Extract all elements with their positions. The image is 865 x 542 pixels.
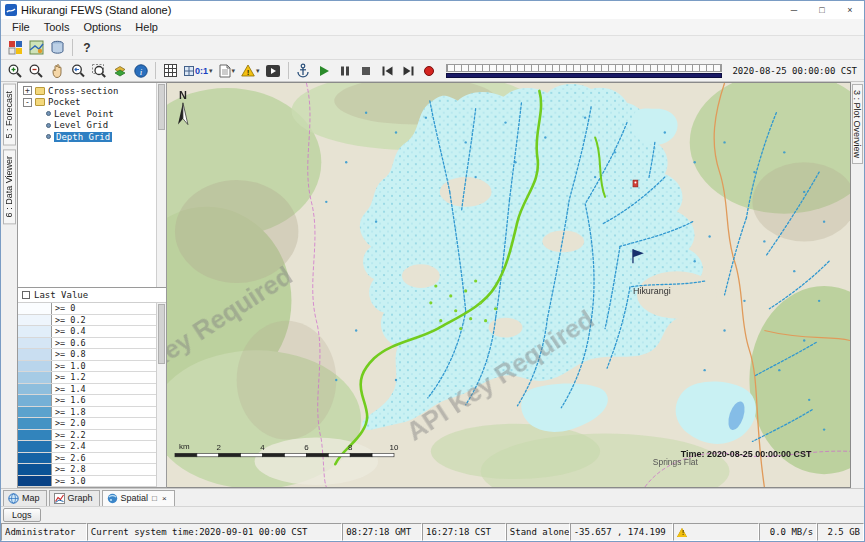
- chevron-down-icon: ▾: [256, 67, 260, 75]
- record-button[interactable]: [419, 61, 440, 80]
- tree-item-label: Cross-section: [48, 86, 118, 96]
- close-icon[interactable]: ×: [836, 1, 864, 19]
- zoom-out-button[interactable]: [25, 61, 46, 80]
- legend-title: Last Value: [34, 290, 88, 300]
- legend-threshold-label: >= 2.4: [52, 441, 86, 452]
- status-warning-cell: [673, 523, 759, 541]
- play-button[interactable]: [314, 61, 335, 80]
- tree-node-icon: [46, 134, 51, 139]
- toolbar-separator: [72, 39, 73, 56]
- logs-button[interactable]: Logs: [3, 508, 41, 522]
- maximize-icon[interactable]: □: [808, 1, 836, 19]
- help-button[interactable]: ?: [77, 38, 97, 57]
- info-button[interactable]: i: [130, 61, 151, 80]
- legend-threshold-label: >= 1.6: [52, 395, 86, 406]
- status-gmt-time: 08:27:18 GMT: [342, 523, 422, 541]
- layer-tree-panel: + Cross-section - Pocket Level Point: [18, 83, 166, 288]
- last-value-checkbox[interactable]: [22, 291, 30, 299]
- tree-scrollbar-thumb[interactable]: [158, 84, 165, 130]
- panel-maximize-icon[interactable]: □: [151, 494, 158, 503]
- stop-button[interactable]: [356, 61, 377, 80]
- legend-scrollbar-thumb[interactable]: [158, 304, 165, 364]
- tree-node-icon: [46, 111, 51, 116]
- tree-item-label: Depth Grid: [54, 132, 112, 142]
- panel-close-icon[interactable]: ×: [161, 494, 168, 503]
- station-marker-icon: [633, 180, 638, 187]
- legend-color-swatch: [18, 326, 52, 337]
- animation-export-button[interactable]: [263, 61, 284, 80]
- legend-threshold-label: >= 2.0: [52, 418, 86, 429]
- threshold-warning-selector[interactable]: ! ▾: [238, 61, 263, 80]
- toolbar-separator: [155, 62, 156, 79]
- menu-item[interactable]: Help: [128, 20, 165, 34]
- map-time-label: Time: 2020-08-25 00:00:00 CST: [681, 449, 812, 459]
- menu-bar: FileToolsOptionsHelp: [1, 19, 864, 36]
- legend-color-swatch: [18, 315, 52, 326]
- explorer-display-button[interactable]: [5, 38, 26, 57]
- timeline-period-bar: [446, 73, 723, 78]
- left-dock-tab[interactable]: 5 : Forecast: [3, 84, 16, 146]
- zoom-extent-button[interactable]: [88, 61, 109, 80]
- right-dock-tab[interactable]: 3 : Plot Overview: [852, 84, 863, 164]
- svg-text:!: !: [247, 68, 250, 77]
- globe-icon: [8, 493, 19, 504]
- legend-threshold-label: >= 2.8: [52, 464, 86, 475]
- zoom-previous-button[interactable]: [67, 61, 88, 80]
- layers-panel: + Cross-section - Pocket Level Point: [17, 82, 167, 488]
- status-bar: Administrator Current system time:2020-0…: [1, 523, 864, 541]
- zoom-in-button[interactable]: [4, 61, 25, 80]
- timeline-track[interactable]: [446, 64, 723, 72]
- anchor-button[interactable]: [293, 61, 314, 80]
- pan-button[interactable]: [46, 61, 67, 80]
- tab-map-label: Map: [22, 493, 40, 503]
- tab-graph[interactable]: Graph: [49, 490, 100, 506]
- minimize-icon[interactable]: ─: [780, 1, 808, 19]
- tree-scrollbar[interactable]: [156, 83, 166, 287]
- map-toolbar: i 0:1 ▾ ▾ ! ▾ 2020-08-25 00:00:00 CST: [1, 60, 864, 82]
- left-dock-tab[interactable]: 6 : Data Viewer: [3, 149, 16, 224]
- timeline-slider[interactable]: [446, 64, 723, 78]
- spatial-icon: [107, 493, 118, 504]
- menu-item[interactable]: Tools: [37, 20, 77, 34]
- app-window: Hikurangi FEWS (Stand alone) ─ □ × FileT…: [0, 0, 865, 542]
- tree-node-icon: [46, 123, 51, 128]
- step-forward-button[interactable]: [398, 61, 419, 80]
- svg-text:N: N: [179, 89, 187, 101]
- legend-row: >= 1.2: [18, 372, 156, 384]
- tab-spatial[interactable]: Spatial □ ×: [102, 490, 175, 506]
- legend-color-swatch: [18, 430, 52, 441]
- layers-button[interactable]: [109, 61, 130, 80]
- map-display-button[interactable]: [26, 38, 47, 57]
- report-selector[interactable]: ▾: [216, 61, 239, 80]
- database-button[interactable]: [47, 38, 68, 57]
- grid-display-button[interactable]: [160, 61, 181, 80]
- menu-item[interactable]: File: [5, 20, 37, 34]
- view-tab-bar: Map Graph Spatial □ ×: [1, 488, 864, 506]
- tree-item[interactable]: + Cross-section: [20, 85, 166, 97]
- map-canvas[interactable]: API Key Required API Key Required Hikura…: [167, 83, 850, 487]
- tree-item[interactable]: Level Point: [20, 108, 166, 120]
- status-coordinates: -35.657 , 174.199: [570, 523, 674, 541]
- step-back-button[interactable]: [377, 61, 398, 80]
- tree-item[interactable]: Level Grid: [20, 120, 166, 132]
- tree-item[interactable]: Depth Grid: [20, 131, 166, 143]
- status-system-time: Current system time:2020-09-01 00:00 CST: [87, 523, 342, 541]
- legend-row: >= 1.6: [18, 395, 156, 407]
- tree-expander-icon[interactable]: +: [23, 86, 32, 95]
- left-tab-strip: 5 : Forecast6 : Data Viewer: [1, 82, 17, 488]
- legend-row: >= 2.8: [18, 464, 156, 476]
- warning-icon[interactable]: [677, 528, 687, 537]
- layer-tree: + Cross-section - Pocket Level Point: [18, 83, 166, 143]
- main-toolbar: ?: [1, 36, 864, 60]
- time-step-selector[interactable]: 0:1 ▾: [181, 61, 216, 80]
- tab-map[interactable]: Map: [3, 490, 47, 506]
- legend-threshold-label: >= 1.8: [52, 407, 86, 418]
- legend-row: >= 1.4: [18, 384, 156, 396]
- chevron-down-icon: ▾: [209, 67, 213, 75]
- tree-expander-icon[interactable]: -: [23, 98, 32, 107]
- menu-item[interactable]: Options: [76, 20, 128, 34]
- app-icon: [5, 4, 17, 16]
- legend-scrollbar[interactable]: [156, 303, 166, 487]
- tree-item[interactable]: - Pocket: [20, 97, 166, 109]
- pause-button[interactable]: [335, 61, 356, 80]
